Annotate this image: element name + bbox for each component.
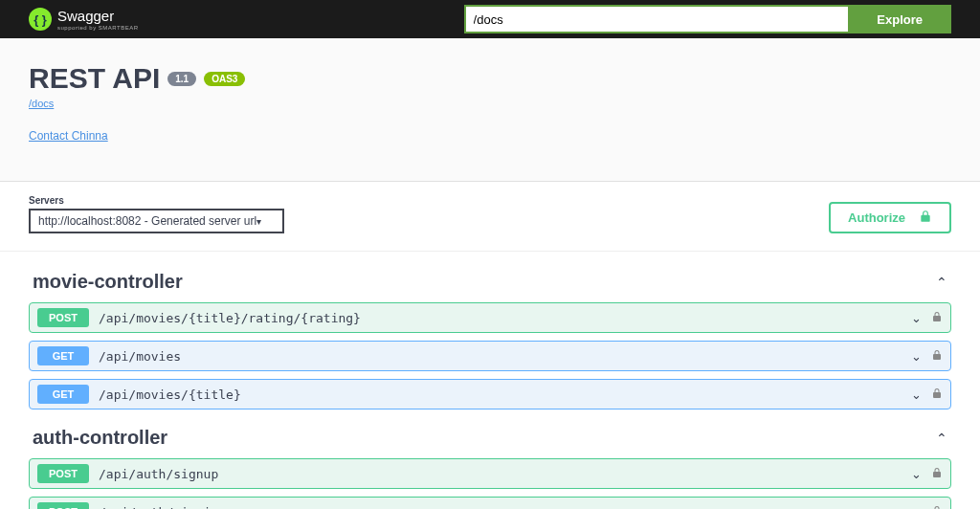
operation-actions: ⌄ xyxy=(911,505,943,510)
authorize-label: Authorize xyxy=(848,210,905,225)
lock-icon[interactable] xyxy=(931,311,943,325)
tag-name: movie-controller xyxy=(33,271,183,293)
operation-actions: ⌄ xyxy=(911,387,943,402)
chevron-down-icon[interactable]: ⌄ xyxy=(911,311,922,325)
operation-path: /api/auth/signup xyxy=(99,467,911,481)
explore-button[interactable]: Explore xyxy=(848,5,951,33)
swagger-brand: Swagger xyxy=(57,8,139,24)
swagger-subbrand: supported by SMARTBEAR xyxy=(57,25,139,31)
operation-path: /api/movies xyxy=(99,349,911,364)
tag-name: auth-controller xyxy=(33,427,167,449)
method-badge-post: POST xyxy=(37,308,89,327)
operation-actions: ⌄ xyxy=(911,349,943,364)
method-badge-post: POST xyxy=(37,464,89,483)
operation-row[interactable]: GET/api/movies/{title}⌄ xyxy=(29,379,951,409)
servers-label: Servers xyxy=(29,195,284,206)
method-badge-get: GET xyxy=(37,346,89,365)
operation-path: /api/auth/signin xyxy=(99,505,911,510)
lock-icon[interactable] xyxy=(931,467,943,481)
chevron-down-icon: ▾ xyxy=(256,216,261,227)
api-title: REST API xyxy=(29,62,160,95)
servers-selected-value: http://localhost:8082 - Generated server… xyxy=(38,214,256,228)
servers-select[interactable]: http://localhost:8082 - Generated server… xyxy=(29,209,284,233)
tag-movie-controller[interactable]: movie-controller⌃ xyxy=(29,261,951,302)
operation-path: /api/movies/{title} xyxy=(99,387,911,402)
url-explore-group: Explore xyxy=(330,5,951,33)
operation-row[interactable]: POST/api/movies/{title}/rating/{rating}⌄ xyxy=(29,302,951,333)
topbar: { } Swagger supported by SMARTBEAR Explo… xyxy=(0,0,980,38)
chevron-up-icon: ⌃ xyxy=(936,431,947,446)
chevron-down-icon[interactable]: ⌄ xyxy=(911,467,922,481)
chevron-down-icon[interactable]: ⌄ xyxy=(911,505,922,510)
docs-url-link[interactable]: /docs xyxy=(29,98,54,109)
chevron-down-icon[interactable]: ⌄ xyxy=(911,349,922,364)
method-badge-post: POST xyxy=(37,502,89,509)
lock-icon[interactable] xyxy=(931,387,943,402)
operation-row[interactable]: POST/api/auth/signup⌄ xyxy=(29,458,951,489)
api-info-section: REST API 1.1 OAS3 /docs Contact Chinna xyxy=(0,38,980,182)
operation-row[interactable]: GET/api/movies⌄ xyxy=(29,341,951,371)
chevron-down-icon[interactable]: ⌄ xyxy=(911,387,922,402)
api-title-row: REST API 1.1 OAS3 xyxy=(29,62,951,95)
operations-content: movie-controller⌃POST/api/movies/{title}… xyxy=(0,252,980,509)
authorize-button[interactable]: Authorize xyxy=(829,202,951,233)
operation-path: /api/movies/{title}/rating/{rating} xyxy=(99,311,911,325)
tag-auth-controller[interactable]: auth-controller⌃ xyxy=(29,417,951,458)
docs-url-input[interactable] xyxy=(464,5,849,33)
swagger-logo[interactable]: { } Swagger supported by SMARTBEAR xyxy=(29,8,139,31)
servers-block: Servers http://localhost:8082 - Generate… xyxy=(29,195,284,233)
swagger-logo-icon: { } xyxy=(29,8,52,31)
operation-row[interactable]: POST/api/auth/signin⌄ xyxy=(29,497,951,509)
operation-actions: ⌄ xyxy=(911,311,943,325)
operation-actions: ⌄ xyxy=(911,467,943,481)
swagger-logo-text-stack: Swagger supported by SMARTBEAR xyxy=(57,8,139,31)
lock-icon[interactable] xyxy=(931,505,943,510)
servers-auth-row: Servers http://localhost:8082 - Generate… xyxy=(0,182,980,252)
oas-badge: OAS3 xyxy=(204,72,245,86)
lock-icon xyxy=(919,210,932,226)
method-badge-get: GET xyxy=(37,385,89,404)
contact-link[interactable]: Contact Chinna xyxy=(29,129,108,143)
lock-icon[interactable] xyxy=(931,349,943,364)
api-version-badge: 1.1 xyxy=(167,72,196,86)
chevron-up-icon: ⌃ xyxy=(936,275,947,290)
